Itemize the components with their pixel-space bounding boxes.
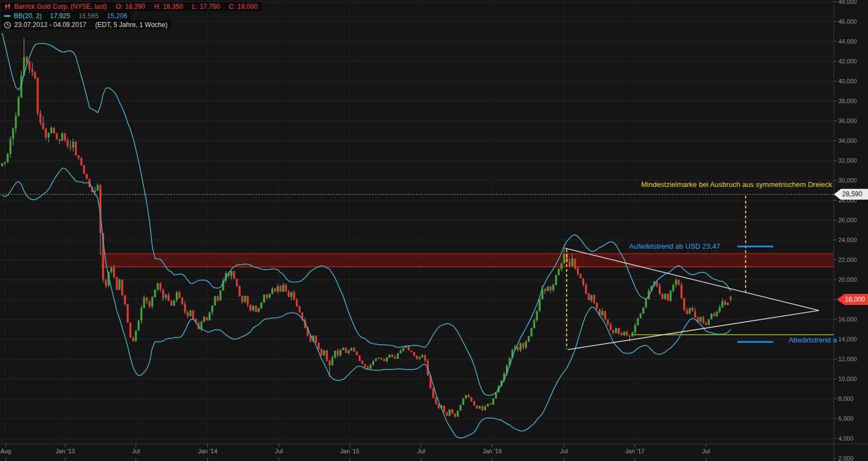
- price-tick-label: 42,000: [838, 58, 857, 65]
- price-tick-label: 12,000: [838, 356, 857, 362]
- price-tick-label: 20,000: [838, 276, 857, 283]
- price-tick-label: 34,000: [838, 137, 857, 144]
- chart-canvas[interactable]: [0, 0, 868, 461]
- time-tick-label: Jan '15: [340, 448, 359, 454]
- range-params: (EDT, 5 Jahre, 1 Woche): [95, 21, 168, 29]
- bb-lower-value: 15,206: [107, 12, 127, 20]
- high-label: H:: [154, 3, 160, 10]
- price-tick-label: 22,000: [838, 256, 857, 263]
- price-tick-label: 44,000: [838, 38, 857, 45]
- price-tick-label: 2,000: [838, 455, 854, 461]
- price-tick-label: 46,000: [838, 18, 857, 25]
- clock-icon: [4, 22, 11, 29]
- low-label: L:: [192, 3, 197, 10]
- price-tick-label: 8,000: [838, 395, 854, 402]
- price-tick-label: 36,000: [838, 117, 857, 124]
- time-tick-label: Jan '14: [198, 448, 217, 454]
- high-value: 18,350: [163, 3, 183, 10]
- price-tick-label: 40,000: [838, 78, 857, 84]
- close-label: C:: [229, 3, 235, 10]
- time-tick-label: Jan '17: [625, 448, 644, 454]
- open-value: 18,290: [125, 3, 145, 10]
- candlestick-series[interactable]: [1, 39, 731, 417]
- time-tick-label: Jul: [417, 448, 425, 454]
- price-tick-label: 38,000: [838, 98, 857, 104]
- price-tick-label: 10,000: [838, 376, 857, 382]
- price-tick-label: 48,000: [838, 0, 857, 5]
- price-tick-label: 6,000: [838, 415, 854, 422]
- bollinger-bands[interactable]: [2, 33, 731, 438]
- price-tick-label: 30,000: [838, 177, 857, 184]
- measurement-lines[interactable]: [567, 196, 773, 349]
- price-tick-label: 24,000: [838, 237, 857, 243]
- trading-chart-window: 48,00046,00044,00042,00040,00038,00036,0…: [0, 0, 868, 461]
- target-price-tag: 28,590: [834, 189, 868, 200]
- instrument-legend[interactable]: Barrick Gold Corp. (NYSE, last)O:18,290H…: [2, 2, 262, 11]
- price-tick-label: 16,000: [838, 316, 857, 323]
- time-tick-label: Jan '16: [482, 448, 502, 454]
- price-tick-label: 14,000: [838, 336, 857, 342]
- low-value: 17,750: [200, 3, 220, 10]
- time-tick-label: Jul: [275, 448, 283, 454]
- bb-line-icon: [4, 15, 10, 17]
- open-label: O:: [116, 3, 123, 10]
- price-tick-label: 4,000: [838, 435, 854, 442]
- target-annotation-text[interactable]: Mindestzielmarke bei Ausbruch aus symmet…: [641, 180, 832, 189]
- indicator-name: BB(20, 2): [14, 12, 42, 20]
- time-tick-label: Aug: [1, 448, 12, 454]
- indicator-legend[interactable]: BB(20, 2)17,92516,56515,206: [2, 12, 131, 20]
- downtrend-annotation-text[interactable]: Abwärtstrend a: [789, 336, 837, 344]
- time-tick-label: Jul: [702, 448, 710, 454]
- bb-middle-value: 16,565: [78, 12, 99, 20]
- gridlines: [0, 0, 834, 444]
- price-tick-label: 32,000: [838, 157, 857, 164]
- price-tick-label: 26,000: [838, 217, 857, 223]
- resistance-zone[interactable]: [101, 254, 834, 267]
- uptrend-annotation-text[interactable]: Aufwärtstrend ab USD 23,47: [629, 242, 720, 250]
- time-tick-label: Jul: [132, 448, 140, 454]
- close-value: 18,000: [238, 3, 258, 10]
- timeframe-legend[interactable]: 23.07.2012 - 04.09.2017(EDT, 5 Jahre, 1 …: [2, 20, 171, 29]
- time-tick-label: Jan '13: [56, 448, 75, 454]
- date-range: 23.07.2012 - 04.09.2017: [14, 21, 87, 29]
- instrument-name: Barrick Gold Corp. (NYSE, last): [14, 3, 107, 10]
- bb-upper-value: 17,925: [50, 12, 71, 20]
- time-tick-label: Jul: [560, 448, 568, 454]
- candlestick-icon: [4, 3, 11, 10]
